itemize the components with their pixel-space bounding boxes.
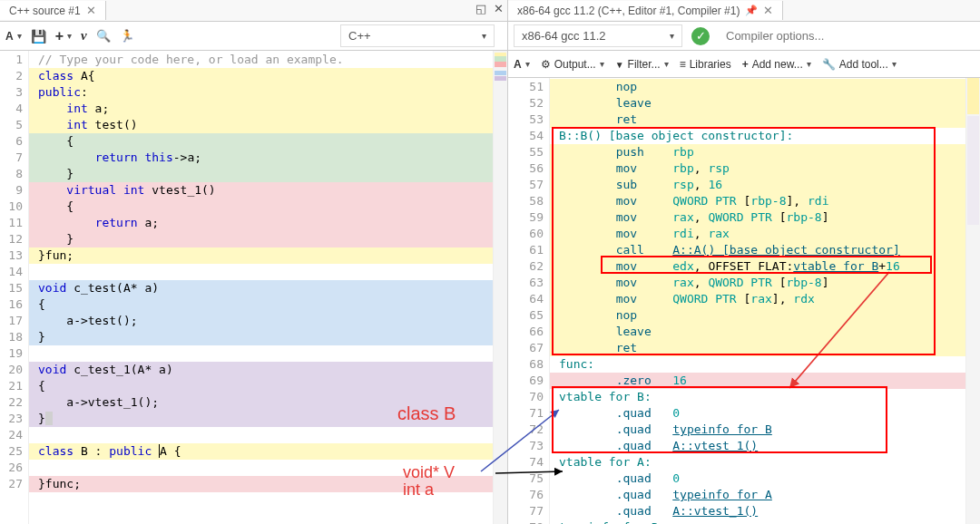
- code-line[interactable]: leave: [550, 324, 980, 340]
- code-line[interactable]: {: [29, 199, 507, 215]
- close-pane-icon[interactable]: [494, 2, 504, 15]
- font-button[interactable]: A▾: [514, 58, 530, 71]
- code-line[interactable]: int test(): [29, 117, 507, 133]
- code-line[interactable]: }: [29, 231, 507, 247]
- add-new-button[interactable]: + Add new... ▾: [742, 58, 811, 71]
- code-line[interactable]: mov rax, QWORD PTR [rbp-8]: [550, 209, 980, 226]
- add-tool-button[interactable]: Add tool... ▾: [822, 58, 897, 71]
- code-line[interactable]: ret: [550, 340, 980, 356]
- code-line[interactable]: }: [29, 329, 507, 345]
- code-line[interactable]: leave: [550, 95, 980, 112]
- line-number: 64: [508, 291, 544, 307]
- code-line[interactable]: .quad 0: [550, 405, 980, 422]
- code-line[interactable]: vtable for B:: [550, 389, 980, 405]
- code-line[interactable]: {: [29, 133, 507, 150]
- code-line[interactable]: nop: [550, 79, 980, 95]
- asm-code[interactable]: nop leave retB::B() [base object constru…: [550, 78, 980, 524]
- font-button[interactable]: A▾: [5, 30, 22, 43]
- output-button[interactable]: Output... ▾: [541, 58, 604, 71]
- language-dropdown[interactable]: C++ ▾: [340, 24, 495, 47]
- code-line[interactable]: mov rdi, rax: [550, 226, 980, 242]
- code-line[interactable]: func:: [550, 356, 980, 373]
- popout-icon[interactable]: [475, 2, 486, 15]
- code-line[interactable]: return a;: [29, 215, 507, 231]
- code-line[interactable]: public:: [29, 84, 507, 101]
- line-number: 75: [508, 471, 544, 487]
- code-line[interactable]: typeinfo for B:: [550, 519, 980, 524]
- line-number: 20: [0, 362, 23, 378]
- code-line[interactable]: .quad A::vtest_1(): [550, 503, 980, 519]
- status-ok-icon: ✓: [691, 27, 710, 45]
- run-icon[interactable]: [120, 29, 134, 43]
- filter-button[interactable]: Filter... ▾: [615, 58, 669, 71]
- code-line[interactable]: .quad typeinfo for B: [550, 422, 980, 438]
- add-pane-button[interactable]: ▾: [55, 28, 72, 44]
- code-line[interactable]: push rbp: [550, 144, 980, 160]
- code-line[interactable]: {: [29, 296, 507, 313]
- code-line[interactable]: a->test();: [29, 313, 507, 329]
- line-number: 70: [508, 389, 544, 405]
- source-editor[interactable]: 1234567891011121314151617181920212223242…: [0, 51, 507, 524]
- code-line[interactable]: call A::A() [base object constructor]: [550, 242, 980, 258]
- code-line[interactable]: void c_test_1(A* a): [29, 362, 507, 378]
- code-line[interactable]: return this->a;: [29, 150, 507, 166]
- line-number: 62: [508, 258, 544, 275]
- compiler-tab[interactable]: x86-64 gcc 11.2 (C++, Editor #1, Compile…: [508, 1, 783, 20]
- code-line[interactable]: .quad typeinfo for A: [550, 487, 980, 503]
- code-line[interactable]: mov QWORD PTR [rax], rdx: [550, 291, 980, 307]
- close-icon[interactable]: [763, 4, 773, 17]
- code-line[interactable]: }fun;: [29, 247, 507, 264]
- compiler-dropdown[interactable]: x86-64 gcc 11.2 ▾: [514, 24, 682, 47]
- close-icon[interactable]: [86, 4, 96, 17]
- code-line[interactable]: // Type your code here, or load an examp…: [29, 52, 507, 68]
- code-line[interactable]: virtual int vtest_1(): [29, 182, 507, 199]
- code-line[interactable]: mov rbp, rsp: [550, 160, 980, 177]
- code-line[interactable]: [29, 264, 507, 280]
- asm-editor[interactable]: 5152535455565758596061626364656667686970…: [508, 78, 980, 524]
- funnel-icon: [615, 58, 624, 71]
- code-line[interactable]: B::B() [base object constructor]:: [550, 128, 980, 144]
- code-line[interactable]: class B : public A {: [29, 443, 507, 460]
- libraries-button[interactable]: Libraries: [680, 58, 731, 71]
- minimap[interactable]: [493, 51, 507, 524]
- code-line[interactable]: a->vtest_1();: [29, 394, 507, 411]
- code-line[interactable]: sub rsp, 16: [550, 177, 980, 193]
- code-line[interactable]: mov rax, QWORD PTR [rbp-8]: [550, 275, 980, 291]
- minimap[interactable]: [965, 78, 980, 524]
- code-line[interactable]: .quad 0: [550, 471, 980, 487]
- code-line[interactable]: [29, 460, 507, 476]
- code-line[interactable]: vtable for A:: [550, 454, 980, 471]
- code-line[interactable]: .zero 16: [550, 373, 980, 389]
- line-number: 51: [508, 79, 544, 95]
- source-tab[interactable]: C++ source #1: [0, 1, 106, 20]
- code-line[interactable]: .quad A::vtest_1(): [550, 438, 980, 454]
- code-line[interactable]: [29, 427, 507, 443]
- code-line[interactable]: int a;: [29, 101, 507, 117]
- line-number: 6: [0, 133, 23, 150]
- compiler-options-input[interactable]: [719, 25, 975, 46]
- line-number: 18: [0, 329, 23, 345]
- code-line[interactable]: mov edx, OFFSET FLAT:vtable for B+16: [550, 258, 980, 275]
- compiler-tabbar: x86-64 gcc 11.2 (C++, Editor #1, Compile…: [508, 0, 980, 22]
- line-number: 68: [508, 356, 544, 373]
- pin-icon[interactable]: 📌: [745, 5, 758, 16]
- code-line[interactable]: mov QWORD PTR [rbp-8], rdi: [550, 193, 980, 209]
- line-number: 1: [0, 52, 23, 68]
- code-line[interactable]: [29, 345, 507, 362]
- code-line[interactable]: nop: [550, 307, 980, 324]
- code-line[interactable]: {: [29, 378, 507, 394]
- line-number: 13: [0, 247, 23, 264]
- search-icon[interactable]: [96, 29, 111, 43]
- code-line[interactable]: void c_test(A* a): [29, 280, 507, 296]
- code-line[interactable]: }: [29, 411, 507, 427]
- line-number: 55: [508, 144, 544, 160]
- save-icon[interactable]: [31, 29, 46, 44]
- line-number: 23: [0, 411, 23, 427]
- code-line[interactable]: }func;: [29, 476, 507, 492]
- code-line[interactable]: ret: [550, 112, 980, 128]
- source-code[interactable]: // Type your code here, or load an examp…: [29, 51, 507, 524]
- vim-icon[interactable]: v: [81, 28, 87, 44]
- code-line[interactable]: class A{: [29, 68, 507, 84]
- code-line[interactable]: }: [29, 166, 507, 182]
- line-number: 71: [508, 405, 544, 422]
